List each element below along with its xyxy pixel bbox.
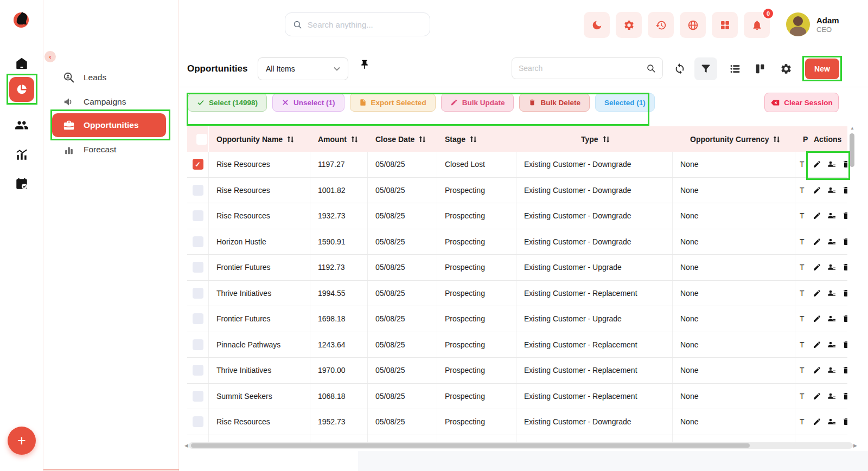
collapse-sidebar-button[interactable]: ‹ [44,51,56,62]
delete-icon[interactable] [842,289,847,298]
horizontal-scrollbar-thumb[interactable] [191,443,750,448]
row-checkbox[interactable] [193,391,203,402]
row-checkbox[interactable] [193,262,203,273]
scroll-up-arrow[interactable]: ▲ [850,126,855,131]
row-checkbox[interactable] [193,339,203,350]
assign-user-icon[interactable] [827,263,836,272]
submenu-item-leads[interactable]: Leads [52,69,166,86]
global-search[interactable] [285,12,430,36]
select-all-checkbox[interactable] [196,134,207,145]
clear-session-button[interactable]: Clear Session [764,93,839,112]
table-row[interactable]: Frontier Futures 1192.73 05/08/25 Prospe… [187,255,847,281]
history-button[interactable] [648,12,674,38]
bulk-update-button[interactable]: Bulk Update [441,93,514,112]
settings-button[interactable] [616,12,642,38]
assign-user-icon[interactable] [827,314,836,323]
edit-icon[interactable] [813,314,821,323]
row-checkbox[interactable] [193,416,203,427]
kanban-view-icon[interactable] [754,63,766,75]
people-icon[interactable] [15,118,29,132]
delete-icon[interactable] [842,392,847,401]
delete-icon[interactable] [842,211,847,220]
list-view-icon[interactable] [729,63,741,75]
edit-icon[interactable] [813,340,821,349]
sort-icon[interactable] [603,136,610,143]
edit-icon[interactable] [813,263,821,272]
select-all-button[interactable]: Select (14998) [188,93,267,112]
assign-user-icon[interactable] [827,366,836,375]
delete-icon[interactable] [842,237,847,246]
delete-icon[interactable] [842,263,847,272]
submenu-item-opportunities[interactable]: Opportunities [52,113,166,137]
submenu-item-campaigns[interactable]: Campaigns [52,93,166,111]
column-header-type[interactable]: Type [516,126,673,152]
horizontal-scrollbar[interactable]: ◀ ▶ [189,442,853,449]
cell-opportunity-name[interactable]: Rise Resources [209,409,310,435]
column-header-opportunity-currency[interactable]: Opportunity Currency [673,126,795,152]
sort-icon[interactable] [287,136,294,143]
column-header-close-date[interactable]: Close Date [368,126,437,152]
selected-count-button[interactable]: Selected (1) [595,93,655,112]
table-row[interactable]: Rise Resources 1001.82 05/08/25 Prospect… [187,178,847,204]
cell-opportunity-name[interactable]: Pinnacle Pathways [209,332,310,358]
submenu-item-forecast[interactable]: Forecast [52,141,166,158]
view-filter-select[interactable]: All Items [258,57,348,80]
cell-opportunity-name[interactable]: Rise Resources [209,152,310,177]
row-checkbox[interactable] [193,210,203,221]
table-row[interactable]: Summit Seekers 1068.18 05/08/25 Prospect… [187,384,847,410]
edit-icon[interactable] [813,186,821,195]
export-selected-button[interactable]: Export Selected [350,93,436,112]
table-row[interactable]: Thrive Initiatives 1994.55 05/08/25 Pros… [187,281,847,307]
bulk-delete-button[interactable]: Bulk Delete [519,93,590,112]
scroll-right-arrow[interactable]: ▶ [853,442,857,449]
language-button[interactable] [680,12,706,38]
assign-user-icon[interactable] [827,186,836,195]
cell-opportunity-name[interactable]: Rise Resources [209,203,310,229]
sort-icon[interactable] [419,136,426,143]
row-checkbox[interactable] [193,185,203,196]
sort-icon[interactable] [351,136,358,143]
new-button[interactable]: New [805,59,839,79]
refresh-icon[interactable] [674,63,686,75]
row-checkbox[interactable] [193,159,203,170]
table-search[interactable] [512,57,663,79]
settings-icon[interactable] [780,63,792,75]
vertical-scrollbar[interactable]: ▲ [850,128,855,438]
sort-icon[interactable] [773,136,780,143]
assign-user-icon[interactable] [827,289,836,298]
cell-opportunity-name[interactable]: Thrive Initiatives [209,281,310,306]
assign-user-icon[interactable] [827,211,836,220]
pin-icon[interactable] [359,59,370,70]
filter-button[interactable] [694,57,717,80]
delete-icon[interactable] [842,417,847,426]
edit-icon[interactable] [813,366,821,375]
table-row[interactable]: Rise Resources 1197.27 05/08/25 Closed L… [187,152,847,178]
table-row[interactable]: Frontier Futures 1698.18 05/08/25 Prospe… [187,306,847,332]
column-header-opportunity-name[interactable]: Opportunity Name [209,126,310,152]
table-search-input[interactable] [519,64,646,73]
cell-opportunity-name[interactable]: Summit Seekers [209,384,310,409]
scroll-left-arrow[interactable]: ◀ [184,442,188,449]
table-row[interactable]: Thrive Initiatives 1970.00 05/08/25 Pros… [187,358,847,384]
cell-opportunity-name[interactable]: Horizon Hustle [209,229,310,255]
global-search-input[interactable] [308,20,422,29]
edit-icon[interactable] [813,289,821,298]
table-row[interactable]: Rise Resources 1952.73 05/08/25 Prospect… [187,409,847,435]
row-checkbox[interactable] [193,288,203,299]
sort-icon[interactable] [470,136,477,143]
nav-crm-active[interactable] [9,77,34,102]
assign-user-icon[interactable] [827,417,836,426]
vertical-scrollbar-thumb[interactable] [850,133,854,167]
delete-icon[interactable] [842,366,847,375]
edit-icon[interactable] [813,237,821,246]
calendar-check-icon[interactable] [15,177,29,191]
edit-icon[interactable] [813,392,821,401]
assign-user-icon[interactable] [827,237,836,246]
column-header-stage[interactable]: Stage [437,126,516,152]
delete-icon[interactable] [842,340,847,349]
table-row[interactable]: Horizon Hustle 1590.91 05/08/25 Prospect… [187,229,847,255]
add-fab-button[interactable]: + [8,427,36,455]
edit-icon[interactable] [813,160,821,169]
assign-user-icon[interactable] [827,340,836,349]
column-header-amount[interactable]: Amount [310,126,368,152]
